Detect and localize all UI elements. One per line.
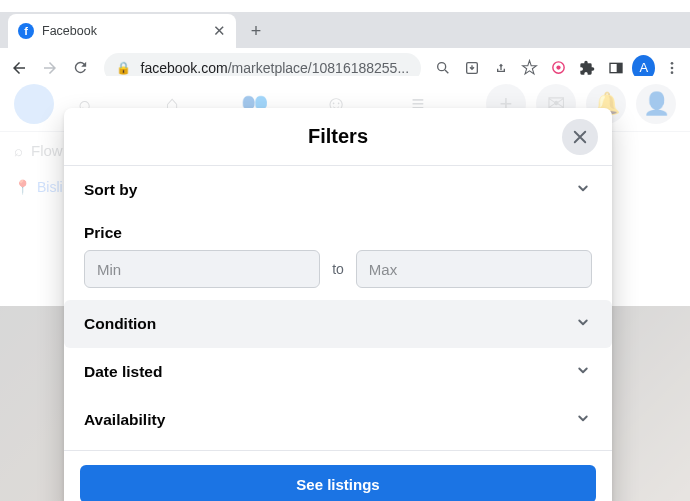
svg-line-3: [445, 70, 448, 73]
price-range-row: to: [80, 248, 596, 300]
lock-icon: 🔒: [116, 61, 131, 75]
price-max-input[interactable]: [356, 250, 592, 288]
browser-tab[interactable]: f Facebook ✕: [8, 14, 236, 48]
sort-by-section[interactable]: Sort by: [80, 166, 596, 214]
chevron-down-icon: [574, 409, 592, 431]
chevron-down-icon: [574, 313, 592, 335]
see-listings-button[interactable]: See listings: [80, 465, 596, 501]
filters-modal: Filters Sort by Price to Condition Date …: [64, 108, 612, 501]
price-min-input[interactable]: [84, 250, 320, 288]
svg-point-10: [670, 66, 673, 69]
svg-point-2: [438, 62, 446, 70]
svg-point-6: [556, 65, 560, 69]
condition-label: Condition: [84, 315, 156, 333]
chevron-down-icon: [574, 361, 592, 383]
tab-close-icon[interactable]: ✕: [213, 22, 226, 40]
modal-close-button[interactable]: [562, 119, 598, 155]
modal-title: Filters: [308, 125, 368, 148]
url-path: /marketplace/10816188255...: [228, 60, 409, 76]
availability-label: Availability: [84, 411, 165, 429]
condition-section[interactable]: Condition: [64, 300, 612, 348]
date-listed-label: Date listed: [84, 363, 162, 381]
svg-point-9: [670, 62, 673, 65]
facebook-favicon: f: [18, 23, 34, 39]
tab-title: Facebook: [42, 24, 205, 38]
chevron-down-icon: [574, 179, 592, 201]
price-to-label: to: [332, 261, 344, 277]
url-domain: facebook.com: [141, 60, 228, 76]
svg-point-11: [670, 71, 673, 74]
new-tab-button[interactable]: +: [242, 17, 270, 45]
price-label: Price: [80, 214, 596, 248]
tab-strip: f Facebook ✕ +: [0, 12, 690, 48]
availability-section[interactable]: Availability: [80, 396, 596, 444]
date-listed-section[interactable]: Date listed: [80, 348, 596, 396]
sort-by-label: Sort by: [84, 181, 137, 199]
svg-rect-8: [617, 63, 622, 72]
close-icon: [571, 128, 589, 146]
